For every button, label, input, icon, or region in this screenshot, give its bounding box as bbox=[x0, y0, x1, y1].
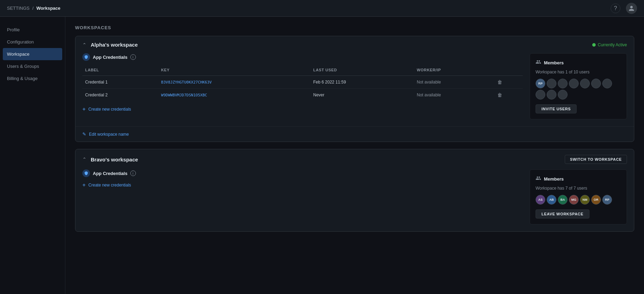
breadcrumb-separator: / bbox=[32, 6, 34, 11]
sidebar-item-profile[interactable]: Profile bbox=[0, 24, 65, 36]
shield-icon-alpha bbox=[82, 53, 90, 61]
workspace-header-alpha: ⌃ Alpha's workspace Currently Active bbox=[75, 36, 634, 53]
members-header-bravo: Members bbox=[536, 175, 621, 182]
create-credentials-alpha[interactable]: + Create new credentials bbox=[82, 106, 523, 112]
workspace-main-bravo: App Credentials i + Create new credentia… bbox=[82, 169, 523, 224]
delete-cred1-icon[interactable]: 🗑 bbox=[497, 79, 502, 85]
col-header-key-alpha: KEY bbox=[158, 66, 311, 76]
cred2-key: W9DWWBVMJD7DSN1O5XBC bbox=[158, 89, 311, 102]
shield-icon-bravo bbox=[82, 169, 90, 177]
sidebar-item-users-groups[interactable]: Users & Groups bbox=[0, 60, 65, 72]
breadcrumb: SETTINGS / Workspace bbox=[7, 6, 60, 11]
workspace-body-alpha: App Credentials i LABEL KEY LAST USED WO… bbox=[75, 53, 634, 126]
workspace-body-bravo: App Credentials i + Create new credentia… bbox=[75, 169, 634, 231]
active-badge-alpha: Currently Active bbox=[592, 42, 627, 47]
member-avatar bbox=[558, 90, 568, 100]
sidebar-item-workspace[interactable]: Workspace bbox=[3, 48, 62, 60]
app-creds-header-bravo: App Credentials i bbox=[82, 169, 523, 177]
member-avatar: RP bbox=[536, 79, 545, 88]
app-creds-title-bravo: App Credentials bbox=[93, 171, 128, 176]
workspace-main-alpha: App Credentials i LABEL KEY LAST USED WO… bbox=[82, 53, 523, 119]
member-avatar bbox=[580, 79, 590, 88]
members-section-bravo: Members Workspace has 7 of 7 users AS AB… bbox=[530, 169, 627, 224]
cred2-worker-ip: Not available bbox=[414, 89, 494, 102]
content-area: WORKSPACES ⌃ Alpha's workspace Currently… bbox=[65, 17, 644, 294]
create-creds-label-alpha: Create new credentials bbox=[88, 107, 131, 112]
member-avatar bbox=[591, 79, 601, 88]
members-count-bravo: Workspace has 7 of 7 users bbox=[536, 186, 621, 191]
create-creds-label-bravo: Create new credentials bbox=[88, 183, 131, 188]
info-icon-bravo[interactable]: i bbox=[130, 170, 136, 176]
pencil-icon-alpha: ✎ bbox=[82, 132, 86, 137]
workspace-header-bravo: ⌃ Bravo's workspace SWITCH TO WORKSPACE bbox=[75, 149, 634, 169]
help-icon[interactable]: ? bbox=[611, 3, 620, 13]
plus-icon-alpha: + bbox=[82, 106, 85, 112]
member-avatar: OR bbox=[591, 195, 601, 205]
member-avatar bbox=[602, 79, 612, 88]
members-title-bravo: Members bbox=[544, 176, 564, 182]
credentials-table-alpha: LABEL KEY LAST USED WORKER/IP Credential… bbox=[82, 66, 523, 101]
members-avatars-bravo: AS AB BA MG NM OR RP bbox=[536, 195, 621, 205]
page-title: WORKSPACES bbox=[75, 25, 634, 30]
workspace-card-alpha: ⌃ Alpha's workspace Currently Active App… bbox=[75, 36, 634, 142]
sidebar-item-configuration[interactable]: Configuration bbox=[0, 36, 65, 48]
chevron-up-icon-alpha[interactable]: ⌃ bbox=[82, 42, 87, 48]
topbar-actions: ? bbox=[611, 3, 637, 14]
col-header-actions-alpha bbox=[495, 66, 523, 76]
member-avatar bbox=[547, 90, 556, 100]
members-icon-bravo bbox=[536, 175, 541, 182]
cred2-last-used: Never bbox=[310, 89, 414, 102]
cred2-delete-cell: 🗑 bbox=[495, 89, 523, 102]
member-avatar: AS bbox=[536, 195, 545, 205]
user-avatar[interactable] bbox=[626, 3, 637, 14]
workspace-card-bravo: ⌃ Bravo's workspace SWITCH TO WORKSPACE … bbox=[75, 149, 634, 232]
workspace-name-alpha: Alpha's workspace bbox=[91, 42, 588, 48]
member-avatar bbox=[558, 79, 568, 88]
active-label-alpha: Currently Active bbox=[598, 42, 627, 47]
cred1-last-used: Feb 6 2022 11:59 bbox=[310, 76, 414, 89]
member-avatar bbox=[569, 79, 579, 88]
member-avatar: MG bbox=[569, 195, 579, 205]
members-avatars-alpha: RP bbox=[536, 79, 621, 100]
active-dot-alpha bbox=[592, 43, 596, 47]
delete-cred2-icon[interactable]: 🗑 bbox=[497, 92, 502, 98]
plus-icon-bravo: + bbox=[82, 182, 85, 188]
workspace-side-bravo: Members Workspace has 7 of 7 users AS AB… bbox=[530, 169, 627, 224]
sidebar: Profile Configuration Workspace Users & … bbox=[0, 17, 65, 294]
app-creds-title-alpha: App Credentials bbox=[93, 55, 128, 60]
cred1-delete-cell: 🗑 bbox=[495, 76, 523, 89]
topbar: SETTINGS / Workspace ? bbox=[0, 0, 644, 17]
chevron-up-icon-bravo[interactable]: ⌃ bbox=[82, 157, 87, 162]
cred1-key: B3V8JZYHGTU0KX27CHK63V bbox=[158, 76, 311, 89]
members-section-alpha: Members Workspace has 1 of 10 users RP bbox=[530, 53, 627, 119]
edit-workspace-name-alpha[interactable]: ✎ Edit workspace name bbox=[75, 126, 634, 142]
cred1-worker-ip: Not available bbox=[414, 76, 494, 89]
info-icon-alpha[interactable]: i bbox=[130, 54, 136, 60]
table-row: Credential 2 W9DWWBVMJD7DSN1O5XBC Never … bbox=[82, 89, 523, 102]
table-row: Credential 1 B3V8JZYHGTU0KX27CHK63V Feb … bbox=[82, 76, 523, 89]
switch-to-workspace-button[interactable]: SWITCH TO WORKSPACE bbox=[565, 155, 627, 164]
sidebar-item-billing[interactable]: Billing & Usage bbox=[0, 72, 65, 85]
member-avatar: RP bbox=[602, 195, 612, 205]
member-avatar: NM bbox=[580, 195, 590, 205]
main-layout: Profile Configuration Workspace Users & … bbox=[0, 17, 644, 294]
members-header-alpha: Members bbox=[536, 59, 621, 66]
invite-users-button-alpha[interactable]: INVITE USERS bbox=[536, 104, 577, 113]
breadcrumb-settings[interactable]: SETTINGS bbox=[7, 6, 30, 11]
col-header-worker-ip-alpha: WORKER/IP bbox=[414, 66, 494, 76]
cred1-label: Credential 1 bbox=[82, 76, 158, 89]
member-avatar bbox=[547, 79, 556, 88]
member-avatar: AB bbox=[547, 195, 556, 205]
members-title-alpha: Members bbox=[544, 60, 564, 65]
workspace-name-bravo: Bravo's workspace bbox=[91, 157, 561, 162]
col-header-label-alpha: LABEL bbox=[82, 66, 158, 76]
breadcrumb-current: Workspace bbox=[36, 6, 60, 11]
cred2-label: Credential 2 bbox=[82, 89, 158, 102]
member-avatar: BA bbox=[558, 195, 568, 205]
create-credentials-bravo[interactable]: + Create new credentials bbox=[82, 182, 523, 188]
workspace-side-alpha: Members Workspace has 1 of 10 users RP bbox=[530, 53, 627, 119]
app-creds-header-alpha: App Credentials i bbox=[82, 53, 523, 61]
members-count-alpha: Workspace has 1 of 10 users bbox=[536, 70, 621, 74]
leave-workspace-button[interactable]: LEAVE WORKSPACE bbox=[536, 209, 589, 218]
members-icon-alpha bbox=[536, 59, 541, 66]
